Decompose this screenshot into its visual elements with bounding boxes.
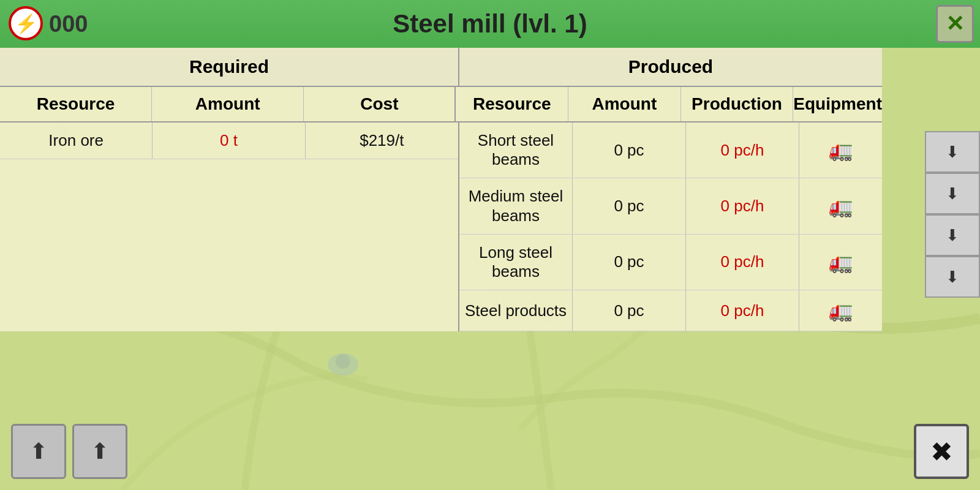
req-resource-cell-0: Iron ore: [0, 123, 153, 159]
main-panel: Required Produced Resource Amount Cost R…: [0, 48, 882, 331]
download-button-2[interactable]: ⬇: [925, 214, 980, 256]
prod-amount-cell-3: 0 pc: [573, 290, 686, 331]
spacer: [925, 48, 980, 131]
table-row: Short steel beams 0 pc 0 pc/h 🚛: [459, 123, 882, 178]
col-header-req-resource: Resource: [0, 87, 152, 121]
close-top-icon: ✕: [946, 11, 964, 37]
upload-icon-2: ⬆: [91, 439, 109, 464]
table-row: Iron ore 0 t $219/t: [0, 123, 458, 159]
col-header-prod-resource: Resource: [456, 87, 568, 121]
page-title: Steel mill (lvl. 1): [393, 9, 587, 39]
prod-equipment-cell-2: 🚛: [799, 235, 882, 290]
truck-icon: 🚛: [829, 195, 853, 218]
download-button-0[interactable]: ⬇: [925, 131, 980, 173]
prod-production-cell-3: 0 pc/h: [686, 290, 799, 331]
prod-production-cell-1: 0 pc/h: [686, 178, 799, 233]
required-section-label: Required: [0, 48, 459, 86]
prod-amount-cell-1: 0 pc: [573, 178, 686, 233]
produced-table: Short steel beams 0 pc 0 pc/h 🚛 Medium s…: [459, 123, 882, 331]
prod-resource-cell-2: Long steel beams: [459, 235, 573, 290]
prod-resource-cell-0: Short steel beams: [459, 123, 573, 178]
prod-equipment-cell-1: 🚛: [799, 178, 882, 233]
prod-resource-cell-3: Steel products: [459, 290, 573, 331]
col-header-req-cost: Cost: [304, 87, 456, 121]
close-top-button[interactable]: ✕: [936, 5, 974, 43]
bottom-left-buttons: ⬆ ⬆: [11, 424, 127, 479]
header-bar: ⚡ 000 Steel mill (lvl. 1) ✕: [0, 0, 980, 48]
prod-amount-cell-0: 0 pc: [573, 123, 686, 178]
prod-equipment-cell-0: 🚛: [799, 123, 882, 178]
counter-display: 000: [49, 11, 88, 37]
produced-section-label: Produced: [459, 48, 882, 86]
section-headers: Required Produced: [0, 48, 882, 87]
prod-equipment-cell-3: 🚛: [799, 290, 882, 331]
col-header-req-amount: Amount: [152, 87, 304, 121]
prod-production-cell-0: 0 pc/h: [686, 123, 799, 178]
svg-point-3: [328, 353, 358, 375]
column-headers: Resource Amount Cost Resource Amount Pro…: [0, 87, 882, 123]
truck-icon: 🚛: [829, 138, 853, 162]
power-icon: ⚡: [15, 13, 37, 34]
download-icon-1: ⬇: [946, 184, 959, 203]
col-header-prod-equipment: Equipment: [793, 87, 882, 121]
table-row: Long steel beams 0 pc 0 pc/h 🚛: [459, 235, 882, 290]
required-table: Iron ore 0 t $219/t: [0, 123, 459, 331]
data-area: Iron ore 0 t $219/t Short steel beams 0 …: [0, 123, 882, 331]
download-icon-0: ⬇: [946, 143, 959, 162]
col-header-prod-production: Production: [681, 87, 794, 121]
prod-amount-cell-2: 0 pc: [573, 235, 686, 290]
download-button-3[interactable]: ⬇: [925, 256, 980, 298]
truck-icon: 🚛: [829, 251, 853, 274]
req-amount-cell-0: 0 t: [153, 123, 305, 159]
table-row: Steel products 0 pc 0 pc/h 🚛: [459, 290, 882, 331]
truck-icon: 🚛: [829, 299, 853, 322]
close-bottom-icon: ✖: [930, 436, 953, 467]
download-icon-2: ⬇: [946, 226, 959, 245]
download-buttons-container: ⬇ ⬇ ⬇ ⬇: [925, 48, 980, 298]
download-button-1[interactable]: ⬇: [925, 173, 980, 214]
upload-button-1[interactable]: ⬆: [11, 424, 66, 479]
req-cost-cell-0: $219/t: [306, 123, 458, 159]
prod-resource-cell-1: Medium steel beams: [459, 178, 573, 233]
close-bottom-button[interactable]: ✖: [914, 424, 969, 479]
prod-production-cell-2: 0 pc/h: [686, 235, 799, 290]
upload-icon-1: ⬆: [29, 439, 48, 464]
table-row: Medium steel beams 0 pc 0 pc/h 🚛: [459, 178, 882, 234]
col-header-prod-amount: Amount: [568, 87, 681, 121]
upload-button-2[interactable]: ⬆: [72, 424, 127, 479]
download-icon-3: ⬇: [946, 268, 959, 287]
power-button[interactable]: ⚡: [9, 6, 43, 40]
